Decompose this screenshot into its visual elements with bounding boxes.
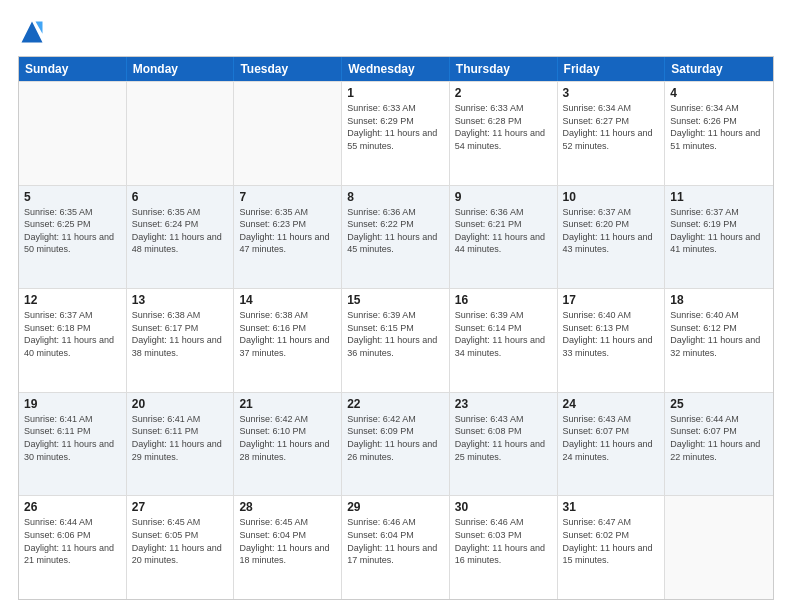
calendar: SundayMondayTuesdayWednesdayThursdayFrid… [18,56,774,600]
calendar-cell [234,82,342,185]
day-info: Sunrise: 6:46 AMSunset: 6:04 PMDaylight:… [347,516,444,566]
day-info: Sunrise: 6:35 AMSunset: 6:23 PMDaylight:… [239,206,336,256]
header-day-sunday: Sunday [19,57,127,81]
calendar-header: SundayMondayTuesdayWednesdayThursdayFrid… [19,57,773,81]
day-info: Sunrise: 6:39 AMSunset: 6:15 PMDaylight:… [347,309,444,359]
day-info: Sunrise: 6:44 AMSunset: 6:06 PMDaylight:… [24,516,121,566]
header-day-wednesday: Wednesday [342,57,450,81]
day-number: 26 [24,500,121,514]
calendar-row-0: 1Sunrise: 6:33 AMSunset: 6:29 PMDaylight… [19,81,773,185]
day-number: 17 [563,293,660,307]
day-info: Sunrise: 6:34 AMSunset: 6:26 PMDaylight:… [670,102,768,152]
calendar-cell: 11Sunrise: 6:37 AMSunset: 6:19 PMDayligh… [665,186,773,289]
header-day-monday: Monday [127,57,235,81]
calendar-cell: 18Sunrise: 6:40 AMSunset: 6:12 PMDayligh… [665,289,773,392]
day-info: Sunrise: 6:42 AMSunset: 6:10 PMDaylight:… [239,413,336,463]
day-info: Sunrise: 6:37 AMSunset: 6:20 PMDaylight:… [563,206,660,256]
calendar-cell: 31Sunrise: 6:47 AMSunset: 6:02 PMDayligh… [558,496,666,599]
day-number: 3 [563,86,660,100]
day-info: Sunrise: 6:39 AMSunset: 6:14 PMDaylight:… [455,309,552,359]
page: SundayMondayTuesdayWednesdayThursdayFrid… [0,0,792,612]
day-number: 2 [455,86,552,100]
day-number: 14 [239,293,336,307]
calendar-cell: 26Sunrise: 6:44 AMSunset: 6:06 PMDayligh… [19,496,127,599]
day-info: Sunrise: 6:35 AMSunset: 6:24 PMDaylight:… [132,206,229,256]
calendar-cell: 23Sunrise: 6:43 AMSunset: 6:08 PMDayligh… [450,393,558,496]
day-number: 29 [347,500,444,514]
day-number: 19 [24,397,121,411]
day-number: 27 [132,500,229,514]
day-info: Sunrise: 6:43 AMSunset: 6:07 PMDaylight:… [563,413,660,463]
calendar-cell: 8Sunrise: 6:36 AMSunset: 6:22 PMDaylight… [342,186,450,289]
calendar-cell: 12Sunrise: 6:37 AMSunset: 6:18 PMDayligh… [19,289,127,392]
day-number: 9 [455,190,552,204]
calendar-cell: 13Sunrise: 6:38 AMSunset: 6:17 PMDayligh… [127,289,235,392]
day-info: Sunrise: 6:46 AMSunset: 6:03 PMDaylight:… [455,516,552,566]
calendar-cell: 28Sunrise: 6:45 AMSunset: 6:04 PMDayligh… [234,496,342,599]
calendar-cell [127,82,235,185]
calendar-cell: 22Sunrise: 6:42 AMSunset: 6:09 PMDayligh… [342,393,450,496]
calendar-cell: 4Sunrise: 6:34 AMSunset: 6:26 PMDaylight… [665,82,773,185]
day-info: Sunrise: 6:41 AMSunset: 6:11 PMDaylight:… [24,413,121,463]
calendar-cell: 20Sunrise: 6:41 AMSunset: 6:11 PMDayligh… [127,393,235,496]
day-info: Sunrise: 6:44 AMSunset: 6:07 PMDaylight:… [670,413,768,463]
day-info: Sunrise: 6:45 AMSunset: 6:05 PMDaylight:… [132,516,229,566]
calendar-cell [19,82,127,185]
calendar-cell: 3Sunrise: 6:34 AMSunset: 6:27 PMDaylight… [558,82,666,185]
day-number: 7 [239,190,336,204]
day-number: 31 [563,500,660,514]
header-day-tuesday: Tuesday [234,57,342,81]
calendar-cell: 2Sunrise: 6:33 AMSunset: 6:28 PMDaylight… [450,82,558,185]
day-info: Sunrise: 6:40 AMSunset: 6:12 PMDaylight:… [670,309,768,359]
day-info: Sunrise: 6:37 AMSunset: 6:19 PMDaylight:… [670,206,768,256]
day-number: 10 [563,190,660,204]
day-number: 28 [239,500,336,514]
logo-icon [18,18,46,46]
day-info: Sunrise: 6:36 AMSunset: 6:21 PMDaylight:… [455,206,552,256]
calendar-cell: 17Sunrise: 6:40 AMSunset: 6:13 PMDayligh… [558,289,666,392]
calendar-row-1: 5Sunrise: 6:35 AMSunset: 6:25 PMDaylight… [19,185,773,289]
day-number: 12 [24,293,121,307]
day-number: 1 [347,86,444,100]
day-number: 23 [455,397,552,411]
calendar-cell: 7Sunrise: 6:35 AMSunset: 6:23 PMDaylight… [234,186,342,289]
calendar-cell: 14Sunrise: 6:38 AMSunset: 6:16 PMDayligh… [234,289,342,392]
day-number: 4 [670,86,768,100]
calendar-cell: 27Sunrise: 6:45 AMSunset: 6:05 PMDayligh… [127,496,235,599]
calendar-cell: 6Sunrise: 6:35 AMSunset: 6:24 PMDaylight… [127,186,235,289]
day-number: 5 [24,190,121,204]
day-info: Sunrise: 6:42 AMSunset: 6:09 PMDaylight:… [347,413,444,463]
day-info: Sunrise: 6:40 AMSunset: 6:13 PMDaylight:… [563,309,660,359]
calendar-body: 1Sunrise: 6:33 AMSunset: 6:29 PMDaylight… [19,81,773,599]
calendar-cell [665,496,773,599]
day-number: 15 [347,293,444,307]
header-day-friday: Friday [558,57,666,81]
day-info: Sunrise: 6:43 AMSunset: 6:08 PMDaylight:… [455,413,552,463]
calendar-cell: 30Sunrise: 6:46 AMSunset: 6:03 PMDayligh… [450,496,558,599]
day-number: 30 [455,500,552,514]
day-number: 6 [132,190,229,204]
calendar-cell: 24Sunrise: 6:43 AMSunset: 6:07 PMDayligh… [558,393,666,496]
day-number: 11 [670,190,768,204]
header [18,18,774,46]
day-number: 18 [670,293,768,307]
day-number: 22 [347,397,444,411]
calendar-cell: 19Sunrise: 6:41 AMSunset: 6:11 PMDayligh… [19,393,127,496]
calendar-row-2: 12Sunrise: 6:37 AMSunset: 6:18 PMDayligh… [19,288,773,392]
calendar-cell: 1Sunrise: 6:33 AMSunset: 6:29 PMDaylight… [342,82,450,185]
calendar-row-4: 26Sunrise: 6:44 AMSunset: 6:06 PMDayligh… [19,495,773,599]
calendar-row-3: 19Sunrise: 6:41 AMSunset: 6:11 PMDayligh… [19,392,773,496]
day-number: 21 [239,397,336,411]
day-number: 25 [670,397,768,411]
day-number: 16 [455,293,552,307]
day-info: Sunrise: 6:38 AMSunset: 6:17 PMDaylight:… [132,309,229,359]
day-number: 24 [563,397,660,411]
calendar-cell: 5Sunrise: 6:35 AMSunset: 6:25 PMDaylight… [19,186,127,289]
day-info: Sunrise: 6:35 AMSunset: 6:25 PMDaylight:… [24,206,121,256]
day-info: Sunrise: 6:41 AMSunset: 6:11 PMDaylight:… [132,413,229,463]
calendar-cell: 25Sunrise: 6:44 AMSunset: 6:07 PMDayligh… [665,393,773,496]
day-info: Sunrise: 6:33 AMSunset: 6:28 PMDaylight:… [455,102,552,152]
day-info: Sunrise: 6:45 AMSunset: 6:04 PMDaylight:… [239,516,336,566]
calendar-cell: 16Sunrise: 6:39 AMSunset: 6:14 PMDayligh… [450,289,558,392]
calendar-cell: 9Sunrise: 6:36 AMSunset: 6:21 PMDaylight… [450,186,558,289]
